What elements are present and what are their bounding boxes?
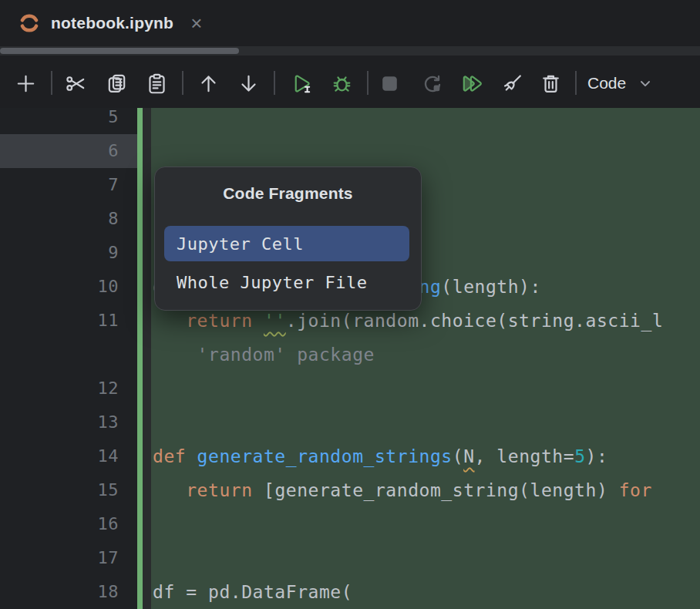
interrupt-kernel-button[interactable] (375, 69, 403, 97)
toolbar-separator (367, 71, 369, 95)
line-number: 9 (0, 236, 119, 270)
move-cell-up-button[interactable] (194, 69, 222, 97)
popup-item-label: Whole Jupyter File (177, 273, 367, 292)
add-cell-button[interactable] (12, 69, 39, 97)
popup-item-whole-jupyter-file[interactable]: Whole Jupyter File (164, 264, 409, 300)
line-number: 6 (0, 134, 119, 168)
code-token: ( (453, 446, 463, 466)
cell-type-label: Code (587, 74, 626, 93)
code-line[interactable]: def generate_random_strings(N, length=5)… (153, 439, 607, 473)
code-fragments-popup: Code Fragments Jupyter Cell Whole Jupyte… (154, 167, 422, 311)
stop-icon (378, 72, 402, 96)
code-row[interactable]: 15 return [generate_random_string(length… (0, 473, 700, 507)
code-token: , length= (475, 446, 575, 466)
tab-strip-scrollbar (0, 46, 700, 56)
code-token: return (186, 311, 264, 331)
line-number: 12 (0, 372, 119, 405)
code-token: def (153, 446, 197, 466)
copy-icon (105, 72, 129, 96)
tab-title: notebook.ipynb (51, 14, 173, 32)
run-icon (290, 72, 314, 96)
run-cell-button[interactable] (288, 69, 315, 97)
cell-type-selector[interactable]: Code (587, 69, 654, 97)
restart-icon (420, 72, 444, 96)
code-token: [generate_random_string(length) (264, 480, 619, 500)
popup-item-jupyter-cell[interactable]: Jupyter Cell (164, 226, 409, 261)
toolbar-separator (274, 71, 275, 95)
code-row[interactable]: 6 (0, 134, 700, 168)
tab-strip-scrollbar-thumb[interactable] (0, 48, 239, 54)
code-token: '' (264, 311, 286, 331)
line-number: 18 (0, 575, 119, 609)
scissors-icon (64, 72, 88, 96)
code-line[interactable]: df = pd.DataFrame( (153, 575, 352, 609)
line-number (0, 338, 119, 372)
copy-cell-button[interactable] (103, 69, 130, 97)
code-token (153, 480, 186, 500)
delete-cell-button[interactable] (537, 69, 564, 97)
toolbar-separator (182, 71, 183, 95)
trash-icon (539, 72, 563, 96)
code-row[interactable]: 13 (0, 405, 700, 439)
popup-item-label: Jupyter Cell (177, 234, 304, 254)
line-number: 17 (0, 541, 119, 575)
line-number: 8 (0, 202, 119, 236)
clear-outputs-button[interactable] (498, 69, 526, 97)
debug-cell-button[interactable] (328, 69, 355, 97)
restart-kernel-button[interactable] (418, 69, 446, 97)
code-row[interactable]: 14def generate_random_strings(N, length=… (0, 439, 700, 473)
arrow-up-icon (197, 72, 220, 96)
ide-window: { "tab_bar": { "tab": { "title": "notebo… (0, 0, 700, 609)
code-row[interactable]: 17 (0, 541, 700, 575)
code-token: 5 (574, 446, 585, 466)
code-token (153, 311, 186, 331)
paste-icon (145, 72, 169, 96)
popup-title: Code Fragments (155, 184, 421, 203)
code-row[interactable]: 12 (0, 372, 700, 405)
run-all-cells-button[interactable] (457, 69, 485, 97)
toolbar-separator (575, 71, 577, 95)
code-token: for (619, 480, 652, 500)
line-number: 16 (0, 507, 119, 541)
code-token: return (186, 480, 264, 500)
code-row-wrap[interactable]: 'random' package (0, 338, 700, 372)
code-token: ): (586, 446, 608, 466)
line-number: 10 (0, 270, 119, 304)
line-number: 7 (0, 168, 119, 202)
code-token: df = pd.DataFrame( (153, 582, 352, 602)
chevron-down-icon (637, 75, 654, 92)
code-row[interactable]: 18df = pd.DataFrame( (0, 575, 700, 609)
toolbar-separator (51, 71, 52, 95)
line-number: 5 (0, 108, 119, 134)
arrow-down-icon (237, 72, 261, 96)
bug-icon (330, 72, 354, 96)
plus-icon (14, 72, 38, 96)
line-number: 11 (0, 304, 119, 338)
line-number: 13 (0, 405, 119, 439)
paste-cell-button[interactable] (143, 69, 170, 97)
code-line[interactable]: 'random' package (153, 338, 375, 372)
cut-cell-button[interactable] (62, 69, 89, 97)
line-number: 14 (0, 439, 119, 473)
code-token: (length): (441, 277, 541, 297)
code-token: N (463, 446, 474, 466)
tab-notebook[interactable]: notebook.ipynb × (0, 0, 202, 46)
tab-close-icon[interactable]: × (190, 13, 202, 33)
jupyter-notebook-icon (17, 11, 42, 35)
code-row[interactable]: 5 (0, 108, 700, 134)
code-token: generate_random_strings (197, 446, 453, 466)
run-all-icon (459, 72, 483, 96)
move-cell-down-button[interactable] (234, 69, 262, 97)
code-token: .join(random.choice(string.ascii_l (286, 311, 664, 331)
broom-icon (500, 72, 524, 96)
code-token: 'random' package (153, 345, 375, 365)
code-row[interactable]: 16 (0, 507, 700, 541)
line-number: 15 (0, 473, 119, 507)
tab-bar: notebook.ipynb × (0, 0, 700, 46)
notebook-toolbar: Code (0, 56, 700, 109)
code-line[interactable]: return [generate_random_string(length) f… (153, 473, 652, 507)
